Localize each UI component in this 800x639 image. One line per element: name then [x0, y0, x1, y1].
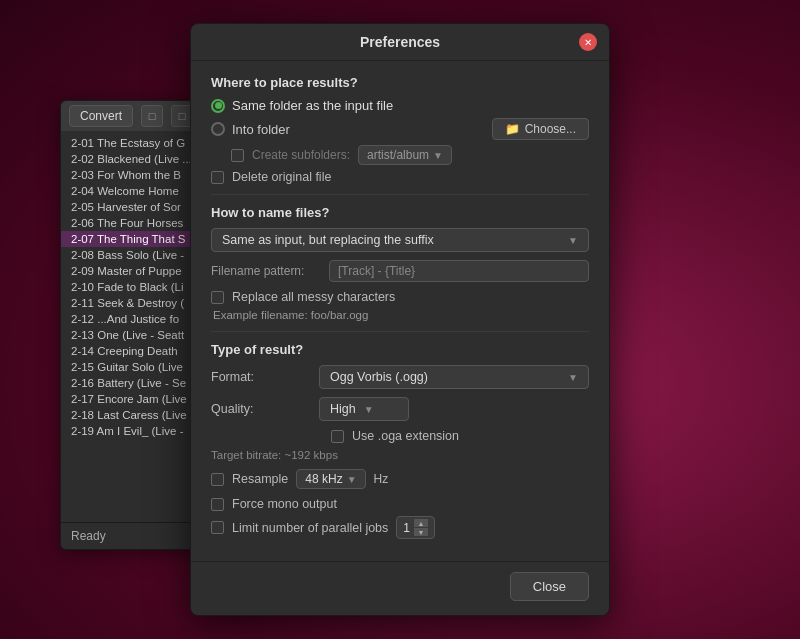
delete-original-label: Delete original file: [232, 170, 331, 184]
naming-dropdown[interactable]: Same as input, but replacing the suffix …: [211, 228, 589, 252]
same-folder-radio-row[interactable]: Same folder as the input file: [211, 98, 589, 113]
parallel-jobs-checkbox[interactable]: [211, 521, 224, 534]
naming-dropdown-value: Same as input, but replacing the suffix: [222, 233, 434, 247]
parallel-spinbox[interactable]: 1 ▲ ▼: [396, 516, 435, 539]
replace-messy-label: Replace all messy characters: [232, 290, 395, 304]
naming-section-header: How to name files?: [211, 205, 589, 220]
spin-down[interactable]: ▼: [414, 528, 428, 536]
force-mono-label: Force mono output: [232, 497, 337, 511]
choose-button[interactable]: 📁 Choose...: [492, 118, 589, 140]
quality-dropdown[interactable]: High ▼: [319, 397, 409, 421]
quality-dropdown-arrow: ▼: [364, 404, 374, 415]
example-label: Example filename:: [213, 309, 311, 321]
same-folder-label: Same folder as the input file: [232, 98, 393, 113]
delete-original-checkbox[interactable]: [211, 171, 224, 184]
resample-value: 48 kHz: [305, 472, 342, 486]
subfolders-label: Create subfolders:: [252, 148, 350, 162]
resample-row: Resample 48 kHz ▼ Hz: [211, 469, 589, 489]
placement-section-header: Where to place results?: [211, 75, 589, 90]
dialog-body: Where to place results? Same folder as t…: [191, 61, 609, 561]
example-filename-row: Example filename: foo/bar.ogg: [213, 309, 589, 321]
resample-dropdown-arrow: ▼: [347, 474, 357, 485]
format-label: Format:: [211, 370, 311, 384]
format-dropdown-arrow: ▼: [568, 372, 578, 383]
pattern-input[interactable]: [Track] - {Title}: [329, 260, 589, 282]
choose-label: Choose...: [525, 122, 576, 136]
quality-row: Quality: High ▼: [211, 397, 589, 421]
filename-pattern-row: Filename pattern: [Track] - {Title}: [211, 260, 589, 282]
dialog-footer: Close: [191, 561, 609, 615]
subfolders-row: Create subfolders: artist/album ▼: [231, 145, 589, 165]
dialog-titlebar: Preferences ✕: [191, 24, 609, 61]
format-value: Ogg Vorbis (.ogg): [330, 370, 428, 384]
type-section-header: Type of result?: [211, 342, 589, 357]
quality-label: Quality:: [211, 402, 311, 416]
naming-dropdown-arrow: ▼: [568, 235, 578, 246]
force-mono-checkbox[interactable]: [211, 498, 224, 511]
preferences-dialog: Preferences ✕ Where to place results? Sa…: [190, 23, 610, 616]
into-folder-row: Into folder 📁 Choose...: [211, 118, 589, 140]
force-mono-row: Force mono output: [211, 497, 589, 511]
replace-messy-row: Replace all messy characters: [211, 290, 589, 304]
resample-checkbox[interactable]: [211, 473, 224, 486]
pattern-label: Filename pattern:: [211, 264, 321, 278]
example-value: foo/bar.ogg: [311, 309, 369, 321]
subfolders-checkbox[interactable]: [231, 149, 244, 162]
resample-hz-dropdown[interactable]: 48 kHz ▼: [296, 469, 365, 489]
divider-1: [211, 194, 589, 195]
use-oga-checkbox[interactable]: [331, 430, 344, 443]
use-oga-row: Use .oga extension: [331, 429, 589, 443]
parallel-jobs-label: Limit number of parallel jobs: [232, 521, 388, 535]
naming-dropdown-row: Same as input, but replacing the suffix …: [211, 228, 589, 252]
resample-label: Resample: [232, 472, 288, 486]
parallel-value: 1: [403, 521, 410, 535]
into-folder-label: Into folder: [232, 122, 290, 137]
divider-2: [211, 331, 589, 332]
parallel-jobs-row: Limit number of parallel jobs 1 ▲ ▼: [211, 516, 589, 539]
use-oga-label: Use .oga extension: [352, 429, 459, 443]
into-folder-radio[interactable]: [211, 122, 225, 136]
delete-original-row: Delete original file: [211, 170, 589, 184]
dialog-title: Preferences: [360, 34, 440, 50]
same-folder-radio[interactable]: [211, 99, 225, 113]
format-row: Format: Ogg Vorbis (.ogg) ▼: [211, 365, 589, 389]
into-folder-radio-row[interactable]: Into folder: [211, 122, 290, 137]
subfolder-dropdown[interactable]: artist/album ▼: [358, 145, 452, 165]
target-bitrate: Target bitrate: ~192 kbps: [211, 449, 589, 461]
hz-label: Hz: [374, 472, 389, 486]
replace-messy-checkbox[interactable]: [211, 291, 224, 304]
spin-arrows: ▲ ▼: [414, 519, 428, 536]
dialog-overlay: Preferences ✕ Where to place results? Sa…: [0, 0, 800, 639]
close-button[interactable]: Close: [510, 572, 589, 601]
dialog-close-button[interactable]: ✕: [579, 33, 597, 51]
quality-value: High: [330, 402, 356, 416]
format-dropdown[interactable]: Ogg Vorbis (.ogg) ▼: [319, 365, 589, 389]
folder-icon: 📁: [505, 122, 520, 136]
subfolder-dropdown-arrow: ▼: [433, 150, 443, 161]
spin-up[interactable]: ▲: [414, 519, 428, 527]
subfolder-option: artist/album: [367, 148, 429, 162]
